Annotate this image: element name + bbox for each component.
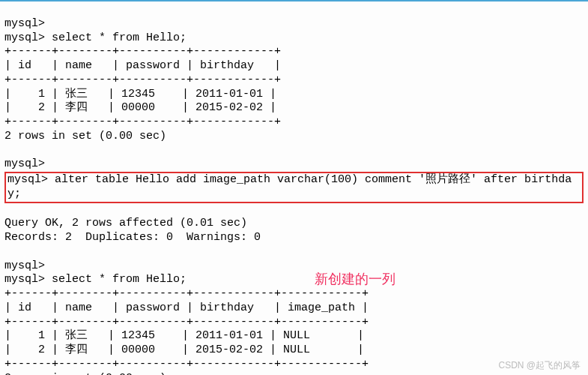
table-row: | 1 | 张三 | 12345 | 2011-01-01 | NULL |: [4, 329, 364, 342]
table-row: | 2 | 李四 | 00000 | 2015-02-02 | NULL |: [4, 344, 364, 356]
prompt: mysql>: [4, 17, 45, 30]
sql-command: alter table Hello add image_path varchar…: [7, 173, 572, 200]
query-ok-line: Query OK, 2 rows affected (0.01 sec): [4, 217, 247, 230]
result-summary: 2 rows in set (0.00 sec): [4, 372, 166, 376]
table-border: +------+--------+----------+------------…: [4, 45, 281, 58]
prompt: mysql>: [4, 273, 45, 286]
prompt: mysql>: [4, 158, 45, 170]
result-summary: 2 rows in set (0.00 sec): [4, 130, 166, 142]
mysql-terminal[interactable]: mysql> mysql> select * from Hello; +----…: [0, 2, 588, 375]
table-row: | 2 | 李四 | 00000 | 2015-02-02 |: [4, 101, 276, 114]
watermark: CSDN @起飞的风筝: [498, 359, 581, 372]
prompt: mysql>: [4, 32, 45, 44]
table-border: +------+--------+----------+------------…: [4, 116, 281, 128]
prompt: mysql>: [4, 260, 45, 272]
annotation-new-column: 新创建的一列: [315, 270, 395, 288]
records-line: Records: 2 Duplicates: 0 Warnings: 0: [4, 231, 261, 244]
highlighted-alter-command: mysql> alter table Hello add image_path …: [4, 172, 584, 203]
table-border: +------+--------+----------+------------…: [4, 74, 281, 86]
table-border: +------+--------+----------+------------…: [4, 358, 369, 370]
sql-command: select * from Hello;: [52, 273, 187, 286]
table-row: | 1 | 张三 | 12345 | 2011-01-01 |: [4, 88, 276, 100]
table-border: +------+--------+----------+------------…: [4, 287, 369, 300]
table-header: | id | name | password | birthday |: [4, 59, 281, 72]
prompt: mysql>: [7, 173, 48, 186]
table-border: +------+--------+----------+------------…: [4, 316, 369, 328]
sql-command: select * from Hello;: [52, 32, 187, 44]
table-header: | id | name | password | birthday | imag…: [4, 302, 369, 314]
